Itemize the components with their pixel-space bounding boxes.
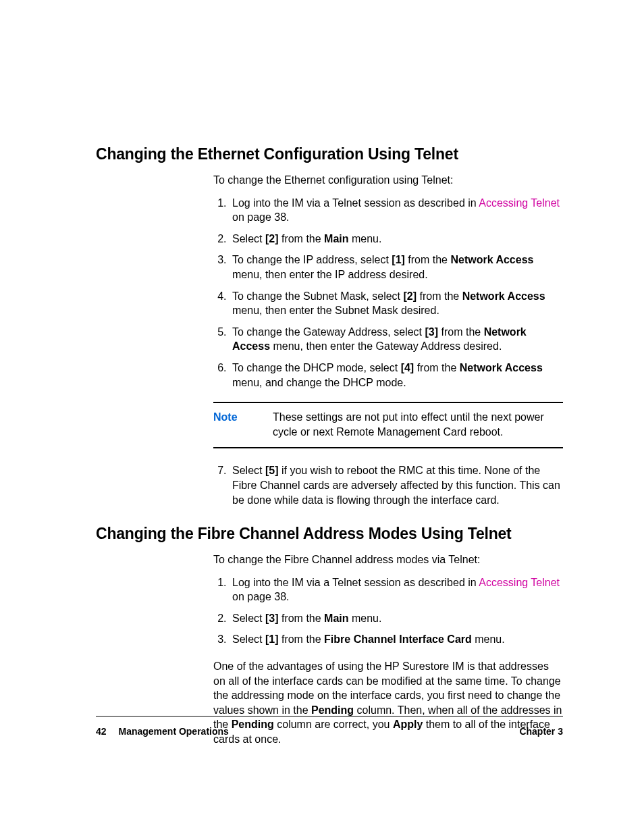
chapter-label: Chapter 3 <box>519 726 563 737</box>
text: from the <box>405 254 451 265</box>
step: Log into the IM via a Telnet session as … <box>230 196 563 225</box>
text: menu. <box>349 613 382 624</box>
key: [4] <box>401 362 414 373</box>
menu-name: Fibre Channel Interface Card <box>324 633 472 645</box>
text: To change the DHCP mode, select <box>232 362 401 373</box>
text: To change the Gateway Address, select <box>232 326 425 338</box>
key: [1] <box>392 254 405 265</box>
step: To change the Subnet Mask, select [2] fr… <box>230 289 563 318</box>
step: Log into the IM via a Telnet session as … <box>230 575 563 604</box>
column-name: Pending <box>311 704 354 716</box>
text: Select <box>232 233 265 244</box>
text: on page 38. <box>232 211 290 223</box>
link-accessing-telnet[interactable]: Accessing Telnet <box>479 197 560 209</box>
key: [1] <box>265 633 279 645</box>
section1-steps-cont: Select [5] if you wish to reboot the RMC… <box>213 463 563 507</box>
step: Select [5] if you wish to reboot the RMC… <box>230 463 563 507</box>
text: To change the IP address, select <box>232 254 392 265</box>
text: Select <box>232 633 265 645</box>
text: from the <box>438 326 484 338</box>
link-accessing-telnet[interactable]: Accessing Telnet <box>479 577 560 588</box>
text: Select <box>232 465 265 476</box>
text: from the <box>278 633 324 645</box>
text: menu, then enter the IP address desired. <box>232 269 428 280</box>
section1-intro: To change the Ethernet configuration usi… <box>213 173 563 188</box>
key: [3] <box>265 613 279 624</box>
step: To change the Gateway Address, select [3… <box>230 325 563 354</box>
text: menu, then enter the Gateway Address des… <box>270 340 502 352</box>
page-footer: 42 Management Operations Chapter 3 <box>96 716 563 737</box>
text: on page 38. <box>232 591 290 602</box>
text: if you wish to reboot the RMC at this ti… <box>232 465 560 505</box>
section2-intro: To change the Fibre Channel address mode… <box>213 552 563 567</box>
text: from the <box>414 362 460 373</box>
text: menu. <box>472 633 505 645</box>
text: Select <box>232 613 265 624</box>
step: Select [3] from the Main menu. <box>230 611 563 626</box>
section2-steps: Log into the IM via a Telnet session as … <box>213 575 563 647</box>
heading-fibre-channel: Changing the Fibre Channel Address Modes… <box>96 525 563 543</box>
key: [3] <box>425 326 439 338</box>
document-page: Changing the Ethernet Configuration Usin… <box>0 0 644 783</box>
footer-title: Management Operations <box>118 726 228 737</box>
step: Select [1] from the Fibre Channel Interf… <box>230 632 563 647</box>
key: [2] <box>265 233 279 244</box>
text: Log into the IM via a Telnet session as … <box>232 577 479 588</box>
menu-name: Main <box>324 233 348 244</box>
heading-ethernet-config: Changing the Ethernet Configuration Usin… <box>96 145 563 163</box>
step: To change the IP address, select [1] fro… <box>230 253 563 282</box>
page-number: 42 <box>96 726 107 737</box>
note-text: These settings are not put into effect u… <box>273 410 563 439</box>
menu-name: Main <box>324 613 348 624</box>
text: Log into the IM via a Telnet session as … <box>232 197 479 209</box>
text: To change the Subnet Mask, select <box>232 290 403 302</box>
step: To change the DHCP mode, select [4] from… <box>230 361 563 390</box>
text: from the <box>278 233 324 244</box>
menu-name: Network Access <box>460 362 543 373</box>
text: menu, then enter the Subnet Mask desired… <box>232 305 439 316</box>
menu-name: Network Access <box>450 254 533 265</box>
key: [5] <box>265 465 279 476</box>
section1-steps: Log into the IM via a Telnet session as … <box>213 196 563 390</box>
key: [2] <box>403 290 417 302</box>
menu-name: Network Access <box>462 290 545 302</box>
text: menu. <box>349 233 382 244</box>
step: Select [2] from the Main menu. <box>230 232 563 246</box>
note-box: Note These settings are not put into eff… <box>213 402 563 448</box>
text: menu, and change the DHCP mode. <box>232 377 406 388</box>
text: from the <box>417 290 462 302</box>
note-label: Note <box>213 410 273 439</box>
section1-body: To change the Ethernet configuration usi… <box>213 173 563 507</box>
text: from the <box>278 613 324 624</box>
